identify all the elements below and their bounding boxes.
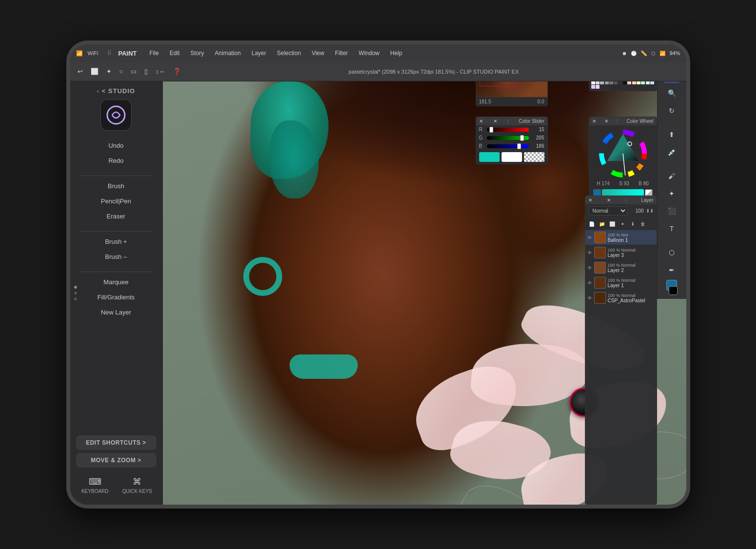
layer-delete-icon[interactable]: 🗑 <box>639 219 647 228</box>
menu-filter[interactable]: Filter <box>331 49 352 58</box>
menu-window[interactable]: Window <box>355 49 384 58</box>
fill-gradients-button[interactable]: Fill/Gradients <box>76 290 156 304</box>
studio-label: < STUDIO <box>102 87 135 95</box>
help-circle-icon[interactable]: ❓ <box>171 66 183 77</box>
color-preview-checker[interactable] <box>524 152 544 162</box>
r-slider-track[interactable] <box>487 128 529 132</box>
menu-story[interactable]: Story <box>187 49 208 58</box>
marquee-button[interactable]: Marquee <box>76 275 156 289</box>
sat-value: S 93 <box>619 181 629 186</box>
keyboard-button[interactable]: ⌨ KEYBOARD <box>76 474 115 496</box>
color-preview-white[interactable] <box>502 152 522 162</box>
menu-animation[interactable]: Animation <box>211 49 245 58</box>
layer-effect-icon[interactable]: ✦ <box>618 219 627 228</box>
tool-airbrush-icon[interactable]: ✦ <box>664 186 679 201</box>
bluetooth-icon: ⬡ <box>651 51 656 56</box>
tool-eyedropper-icon[interactable]: 💉 <box>664 144 679 160</box>
layer-row-csp[interactable]: 👁 100 % Normal CSP_AstroPastel <box>585 291 657 306</box>
eraser-button[interactable]: Eraser <box>76 209 156 223</box>
layer-close-icon[interactable]: ✕ <box>588 197 592 203</box>
transform-icon[interactable]: ✦ <box>104 66 114 77</box>
move-zoom-button[interactable]: MOVE & ZOOM > <box>76 453 156 468</box>
g-label: G <box>479 135 485 140</box>
layer-eye-layer2[interactable]: 👁 <box>587 265 592 271</box>
tool-brush-icon[interactable]: 🖌 <box>664 168 679 184</box>
b-slider-thumb[interactable] <box>517 143 521 149</box>
layer-pin-icon[interactable]: ✕ <box>607 197 611 203</box>
menu-file[interactable]: File <box>146 49 163 58</box>
layer-eye-balloon1[interactable]: 👁 <box>587 235 592 240</box>
dot-2 <box>74 292 77 294</box>
brush-minus-button[interactable]: Brush – <box>76 250 156 264</box>
layer-row-layer3[interactable]: 👁 100 % Normal Layer 3 <box>585 245 657 260</box>
cw-pin-icon[interactable]: ✕ <box>604 118 608 124</box>
blend-mode-select[interactable]: Normal <box>588 206 627 216</box>
sidebar-bottom: EDIT SHORTCUTS > MOVE & ZOOM > ⌨ KEYBOAR… <box>70 435 162 499</box>
cs-close-icon[interactable]: ✕ <box>479 118 483 124</box>
menu-selection[interactable]: Selection <box>273 49 305 58</box>
g-value: 205 <box>531 135 544 140</box>
menu-view[interactable]: View <box>308 49 328 58</box>
layer-info-layer3: 100 % Normal Layer 3 <box>608 248 655 258</box>
pencil-pen-button[interactable]: Pencil|Pen <box>76 194 156 208</box>
layer-row-balloon1[interactable]: 👁 100 % Nor Balloon 1 <box>585 230 657 245</box>
tool-zoom-icon[interactable]: 🔍 <box>664 85 679 101</box>
select3-icon[interactable]: ▯ <box>142 66 150 77</box>
redo-button[interactable]: Redo <box>76 154 156 168</box>
tool-pen-icon[interactable]: ✒ <box>664 262 679 278</box>
layer-row-layer1[interactable]: 👁 100 % Normal Layer 1 <box>585 275 657 291</box>
tool-selection-icon[interactable]: ⬡ <box>664 245 679 260</box>
tool-cursor-icon[interactable]: ⬆ <box>664 127 679 142</box>
move-icon[interactable]: ↕↔ <box>153 66 168 77</box>
menu-edit[interactable]: Edit <box>166 49 184 58</box>
tool-text-icon[interactable]: T <box>664 221 679 236</box>
lasso-icon[interactable]: ○ <box>117 66 126 77</box>
device-frame: 📶 WiFi ⠿ PAINT File Edit Story Animation… <box>66 40 690 509</box>
app-icon <box>100 99 132 131</box>
select-rect-icon[interactable]: ⬜ <box>88 66 101 77</box>
select2-icon[interactable]: ▭ <box>128 66 139 77</box>
menu-layer[interactable]: Layer <box>248 49 270 58</box>
cw-close-icon[interactable]: ✕ <box>592 118 596 124</box>
layer-mask-icon[interactable]: ⬜ <box>608 219 617 228</box>
tool-rotate-icon[interactable]: ↻ <box>664 103 679 118</box>
keyboard-icon: ⌨ <box>89 476 101 487</box>
edit-shortcuts-button[interactable]: EDIT SHORTCUTS > <box>76 435 156 450</box>
layer-panel: ✕ ✕ | Layer Normal 100 ⬆⬇ 📄 📁 ⬜ ✦ ⬇ 🗑 👁 … <box>585 196 657 505</box>
color-swatch[interactable] <box>591 85 595 89</box>
back-icon[interactable]: ↩ <box>75 66 85 77</box>
new-layer-button[interactable]: New Layer <box>76 305 156 319</box>
svg-point-14 <box>601 132 644 175</box>
color-preview-teal[interactable] <box>479 152 500 162</box>
layer-new-icon[interactable]: 📄 <box>587 219 596 228</box>
background-color[interactable] <box>669 286 678 295</box>
layer-eye-layer1[interactable]: 👁 <box>587 280 592 286</box>
layer-thumb-layer2 <box>594 262 606 274</box>
tool-fill-icon[interactable]: ⬛ <box>664 203 679 219</box>
g-slider-track[interactable] <box>487 136 529 140</box>
b-slider-track[interactable] <box>487 144 529 148</box>
sidebar-size-section: Brush + Brush – <box>70 235 162 264</box>
menu-help[interactable]: Help <box>387 49 407 58</box>
cs-pin-icon[interactable]: ✕ <box>493 118 497 124</box>
brush-plus-button[interactable]: Brush + <box>76 235 156 249</box>
color-swatch[interactable] <box>596 85 600 89</box>
layer-merge-icon[interactable]: ⬇ <box>628 219 637 228</box>
studio-toggle[interactable]: ‹ < STUDIO <box>97 87 135 95</box>
lips <box>290 354 358 379</box>
divider-1 <box>79 176 153 176</box>
undo-button[interactable]: Undo <box>76 138 156 153</box>
time-icon: 🕐 <box>631 51 637 56</box>
r-slider-thumb[interactable] <box>489 127 493 133</box>
brush-button[interactable]: Brush <box>76 179 156 193</box>
divider-2 <box>79 231 153 232</box>
layer-blend-row: Normal 100 ⬆⬇ <box>585 204 657 218</box>
layer-folder-icon[interactable]: 📁 <box>598 219 606 228</box>
layer-row-layer2[interactable]: 👁 100 % Normal Layer 2 <box>585 260 657 275</box>
g-slider-thumb[interactable] <box>520 135 524 141</box>
layer-eye-layer3[interactable]: 👁 <box>587 250 592 255</box>
layer-thumb-layer1 <box>594 277 606 289</box>
quick-keys-button[interactable]: ⌘ QUICK KEYS <box>118 474 156 496</box>
layer-opacity-spinner[interactable]: ⬆⬇ <box>646 208 654 214</box>
layer-eye-csp[interactable]: 👁 <box>587 295 592 301</box>
